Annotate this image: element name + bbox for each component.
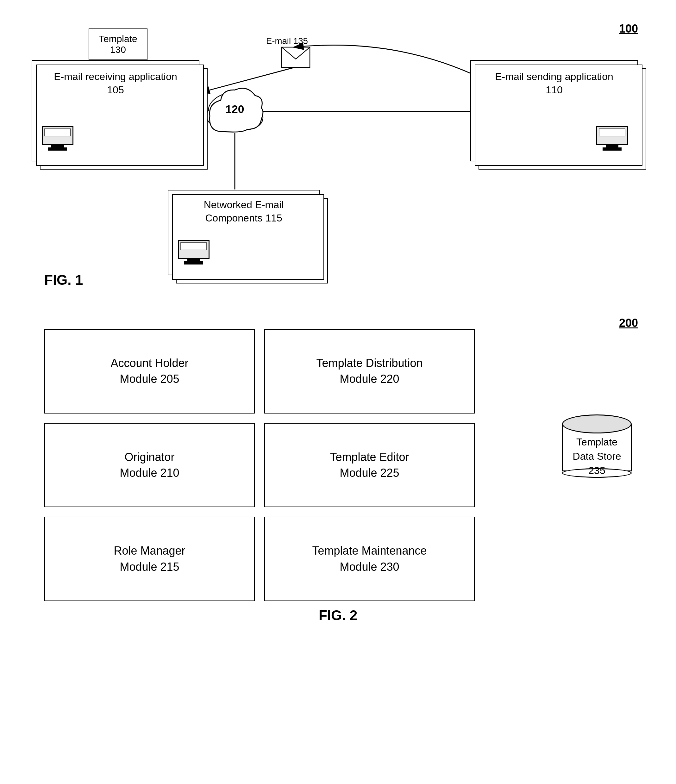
template-maintenance-module: Template Maintenance Module 230 [264, 516, 475, 601]
template-editor-module: Template Editor Module 225 [264, 423, 475, 507]
email-receiving-label: E-mail receiving application 105 [32, 70, 199, 96]
template-distribution-module: Template Distribution Module 220 [264, 329, 475, 414]
monitor-icon-sending [596, 126, 628, 151]
svg-point-4 [207, 105, 237, 127]
template-box-label: Template [99, 34, 137, 44]
svg-point-1 [207, 104, 238, 128]
fig1-caption: FIG. 1 [44, 272, 83, 288]
svg-text:E-mail 135: E-mail 135 [266, 36, 308, 46]
module-grid: Account Holder Module 205 Template Distr… [44, 329, 475, 601]
email-sending-box: E-mail sending application 110 [470, 60, 638, 161]
originator-module: Originator Module 210 [44, 423, 255, 507]
page: 100 Template 130 E-mail receiving applic… [0, 0, 676, 784]
email-receiving-box: E-mail receiving application 105 [32, 60, 199, 161]
svg-text:120: 120 [225, 103, 244, 115]
monitor-icon-network [178, 240, 210, 265]
template-box-number: 130 [99, 44, 137, 55]
svg-point-5 [232, 106, 262, 129]
template-box: Template 130 [89, 28, 148, 60]
fig2-diagram: 200 Account Holder Module 205 Template D… [25, 313, 651, 623]
data-store-label: Template Data Store 235 [562, 435, 632, 478]
template-data-store: Template Data Store 235 [562, 414, 632, 478]
fig1-diagram: 100 Template 130 E-mail receiving applic… [25, 19, 651, 288]
fig1-reference: 100 [619, 22, 638, 36]
role-manager-module: Role Manager Module 215 [44, 516, 255, 601]
svg-point-3 [209, 93, 261, 129]
monitor-icon-receiving [42, 126, 73, 151]
fig2-caption: FIG. 2 [25, 607, 651, 623]
email-sending-label: E-mail sending application 110 [471, 70, 637, 96]
account-holder-module: Account Holder Module 205 [44, 329, 255, 414]
networked-components-box: Networked E-mail Components 115 [168, 190, 320, 275]
networked-label: Networked E-mail Components 115 [168, 198, 319, 225]
fig2-reference: 200 [619, 316, 638, 330]
svg-point-2 [232, 106, 263, 129]
svg-rect-7 [282, 47, 310, 67]
svg-point-0 [208, 92, 262, 130]
